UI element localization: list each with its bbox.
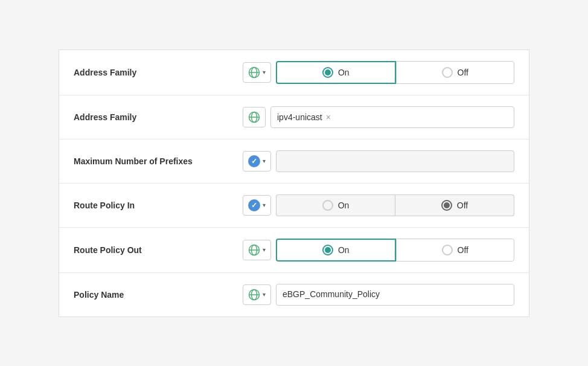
radio-circle-off-5 xyxy=(442,245,453,255)
route-policy-in-radio-group: On Off xyxy=(276,194,514,216)
max-prefixes-label: Maximum Number of Prefixes xyxy=(74,156,243,166)
policy-name-row: Policy Name ▾ eBGP_Community_Policy xyxy=(59,273,529,316)
radio-on-label-4: On xyxy=(338,201,350,210)
globe-icon-6 xyxy=(248,289,260,301)
globe-icon-5 xyxy=(248,244,260,256)
address-family-2-label: Address Family xyxy=(74,112,243,122)
max-prefixes-controls: ▾ xyxy=(243,150,514,172)
route-policy-out-label: Route Policy Out xyxy=(74,245,243,255)
ipv4-unicast-tag: ipv4-unicast × xyxy=(277,112,331,122)
globe-dropdown-arrow-1: ▾ xyxy=(263,69,266,75)
radio-circle-off-4 xyxy=(441,200,452,211)
address-family-tag-input[interactable]: ipv4-unicast × xyxy=(270,106,514,128)
globe-dropdown-arrow-5: ▾ xyxy=(263,246,266,253)
globe-icon xyxy=(248,66,260,79)
route-policy-in-controls: ▾ On Off xyxy=(243,194,514,216)
check-dropdown-arrow-4: ▾ xyxy=(263,202,266,208)
address-family-1-label: Address Family xyxy=(74,68,243,77)
radio-circle-off-1 xyxy=(442,67,453,78)
radio-circle-on-4 xyxy=(322,200,333,211)
check-icon-4 xyxy=(248,199,260,211)
max-prefixes-icon-dropdown[interactable]: ▾ xyxy=(243,151,271,172)
tag-remove-button[interactable]: × xyxy=(326,112,331,122)
radio-on-5[interactable]: On xyxy=(276,239,396,262)
policy-name-icon-dropdown[interactable]: ▾ xyxy=(243,284,271,305)
globe-dropdown-arrow-6: ▾ xyxy=(263,291,266,298)
address-family-2-controls: ipv4-unicast × xyxy=(243,106,514,128)
route-policy-out-icon-dropdown[interactable]: ▾ xyxy=(243,240,271,260)
route-policy-out-controls: ▾ On Off xyxy=(243,239,514,262)
address-family-2-icon-dropdown[interactable] xyxy=(243,107,266,127)
form-container: Address Family ▾ On Off xyxy=(59,50,529,317)
policy-name-value[interactable]: eBGP_Community_Policy xyxy=(276,284,514,306)
max-prefixes-row: Maximum Number of Prefixes ▾ xyxy=(59,140,529,184)
radio-off-label-1: Off xyxy=(458,68,468,77)
address-family-1-icon-dropdown[interactable]: ▾ xyxy=(243,62,271,83)
address-family-1-controls: ▾ On Off xyxy=(243,61,514,84)
tag-value: ipv4-unicast xyxy=(277,112,322,122)
policy-name-controls: ▾ eBGP_Community_Policy xyxy=(243,284,514,306)
route-policy-in-label: Route Policy In xyxy=(74,201,243,210)
check-icon-3 xyxy=(248,155,260,167)
route-policy-out-row: Route Policy Out ▾ On Off xyxy=(59,228,529,273)
radio-off-4[interactable]: Off xyxy=(395,194,514,216)
radio-on-label-5: On xyxy=(338,245,350,255)
radio-off-5[interactable]: Off xyxy=(396,239,515,262)
radio-circle-on-1 xyxy=(322,67,333,78)
radio-on-label-1: On xyxy=(338,68,350,77)
max-prefixes-field[interactable] xyxy=(276,150,514,172)
radio-on-1[interactable]: On xyxy=(276,61,396,84)
address-family-2-row: Address Family ipv4-unicast × xyxy=(59,95,529,140)
radio-off-label-4: Off xyxy=(457,201,468,210)
radio-on-4[interactable]: On xyxy=(276,194,395,216)
address-family-1-radio-group: On Off xyxy=(276,61,514,84)
address-family-1-row: Address Family ▾ On Off xyxy=(59,50,529,95)
route-policy-in-row: Route Policy In ▾ On Off xyxy=(59,184,529,228)
radio-off-1[interactable]: Off xyxy=(396,61,515,84)
policy-name-label: Policy Name xyxy=(74,290,243,300)
radio-circle-on-5 xyxy=(322,245,333,255)
radio-off-label-5: Off xyxy=(458,245,468,255)
route-policy-in-icon-dropdown[interactable]: ▾ xyxy=(243,195,271,216)
check-dropdown-arrow-3: ▾ xyxy=(263,158,266,164)
globe-icon-2 xyxy=(248,111,260,123)
route-policy-out-radio-group: On Off xyxy=(276,239,514,262)
